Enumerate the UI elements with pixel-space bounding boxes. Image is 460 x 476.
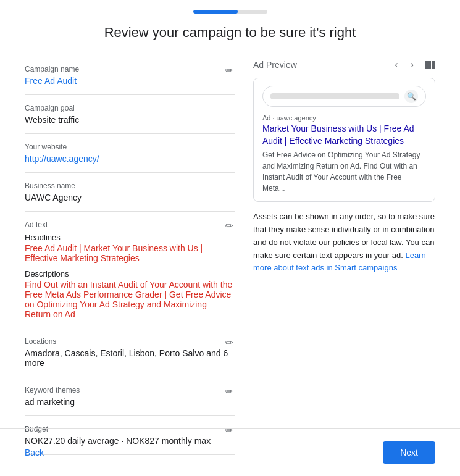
headlines-value: Free Ad Audit | Market Your Business wit… bbox=[25, 243, 235, 263]
campaign-goal-label: Campaign goal bbox=[25, 104, 235, 112]
search-bar-mock: 🔍 bbox=[262, 86, 426, 107]
ad-preview-label: Ad Preview bbox=[253, 60, 297, 70]
ad-text-label: Ad text bbox=[25, 220, 235, 229]
view-toggle[interactable] bbox=[425, 61, 435, 69]
content-area: Campaign name Free Ad Audit Campaign goa… bbox=[0, 56, 460, 455]
business-name-value: UAWC Agency bbox=[25, 193, 235, 203]
keyword-themes-edit-icon[interactable] bbox=[225, 386, 233, 397]
descriptions-sublabel: Descriptions bbox=[25, 269, 235, 278]
business-name-label: Business name bbox=[25, 182, 235, 190]
your-website-section: Your website http://uawc.agency/ bbox=[25, 134, 235, 173]
ad-description: Get Free Advice on Optimizing Your Ad St… bbox=[262, 149, 426, 194]
prev-arrow-button[interactable]: ‹ bbox=[391, 58, 401, 72]
footer: Back Next bbox=[0, 428, 460, 476]
your-website-label: Your website bbox=[25, 143, 235, 151]
campaign-goal-section: Campaign goal Website traffic bbox=[25, 95, 235, 134]
keyword-themes-section: Keyword themes ad marketing bbox=[25, 377, 235, 416]
progress-bar-fill bbox=[193, 10, 238, 14]
locations-value: Amadora, Cascais, Estoril, Lisbon, Porto… bbox=[25, 348, 235, 368]
campaign-name-section: Campaign name Free Ad Audit bbox=[25, 56, 235, 95]
info-text: Assets can be shown in any order, so to … bbox=[253, 211, 435, 275]
preview-nav: ‹ › bbox=[391, 58, 435, 72]
ad-headline: Market Your Business with Us | Free Ad A… bbox=[262, 123, 426, 147]
left-panel: Campaign name Free Ad Audit Campaign goa… bbox=[25, 56, 235, 455]
ad-text-edit-icon[interactable] bbox=[225, 220, 233, 232]
descriptions-value: Find Out with an Instant Audit of Your A… bbox=[25, 280, 235, 319]
campaign-name-label: Campaign name bbox=[25, 65, 235, 73]
campaign-name-value: Free Ad Audit bbox=[25, 76, 235, 86]
locations-section: Locations Amadora, Cascais, Estoril, Lis… bbox=[25, 328, 235, 377]
ad-text-section: Ad text Headlines Free Ad Audit | Market… bbox=[25, 212, 235, 328]
search-bar-line bbox=[270, 93, 399, 99]
next-button[interactable]: Next bbox=[383, 441, 435, 464]
progress-bar-container bbox=[0, 0, 460, 19]
page-title: Review your campaign to be sure it's rig… bbox=[0, 19, 460, 56]
ad-preview-header: Ad Preview ‹ › bbox=[253, 56, 435, 72]
view-icon-desktop bbox=[425, 61, 431, 69]
campaign-goal-value: Website traffic bbox=[25, 115, 235, 125]
ad-preview-box: 🔍 Ad · uawc.agency Market Your Business … bbox=[253, 78, 435, 202]
view-icon-mobile bbox=[432, 61, 435, 69]
locations-label: Locations bbox=[25, 337, 235, 346]
progress-bar-background bbox=[193, 10, 267, 14]
right-panel: Ad Preview ‹ › 🔍 Ad · uawc.agency Market… bbox=[253, 56, 435, 455]
search-icon: 🔍 bbox=[404, 90, 418, 103]
business-name-section: Business name UAWC Agency bbox=[25, 173, 235, 212]
keyword-themes-value: ad marketing bbox=[25, 397, 235, 407]
back-button[interactable]: Back bbox=[25, 448, 44, 457]
next-arrow-button[interactable]: › bbox=[407, 58, 417, 72]
headlines-sublabel: Headlines bbox=[25, 233, 235, 242]
locations-edit-icon[interactable] bbox=[225, 337, 233, 348]
campaign-name-edit-icon[interactable] bbox=[225, 65, 233, 76]
keyword-themes-label: Keyword themes bbox=[25, 386, 235, 395]
your-website-value: http://uawc.agency/ bbox=[25, 154, 235, 164]
ad-badge: Ad · uawc.agency bbox=[262, 114, 426, 122]
